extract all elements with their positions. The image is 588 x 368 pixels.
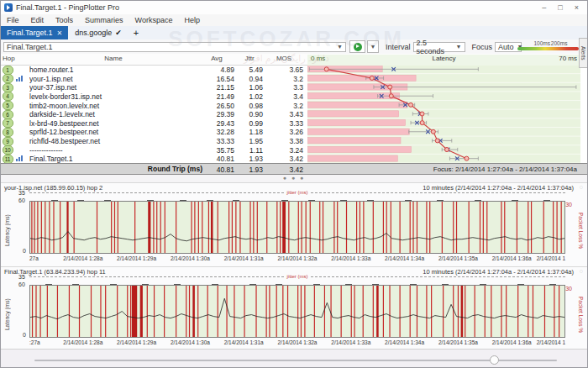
app-icon — [4, 3, 13, 12]
minimize-button[interactable]: – — [542, 3, 546, 12]
latency-scale-legend: 100ms200ms — [517, 40, 579, 52]
scale-tick: 100ms — [533, 40, 550, 46]
hop-mos: 3.3 — [265, 83, 303, 92]
start-options-dropdown[interactable]: ▼ — [367, 40, 379, 53]
interval-combobox[interactable]: 2.5 seconds ▼ — [413, 42, 465, 52]
table-row[interactable]: 8sprfld-12.bestpeer.net32.281.183.26 — [1, 127, 587, 136]
timegraph-options-icon[interactable]: ◌ — [580, 268, 583, 274]
time-tick-label: 2/14/2014 1:35a — [438, 339, 478, 345]
window-title: Final.Target.1 - PingPlotter Pro — [16, 3, 119, 12]
hop-name: lx-brd-49.bestpeer.net — [29, 119, 197, 128]
menu-bar: FileEditToolsSummariesWorkspaceHelp — [1, 14, 587, 27]
timegraph-period: 10 minutes (2/14/2014 1:27:04a - 2/14/20… — [423, 184, 574, 192]
table-row[interactable]: 11Final.Target.140.811.933.42 — [1, 154, 587, 163]
tab-dns-google[interactable]: dns.google ✔ — [68, 26, 129, 39]
jitter-max-label: 35 — [18, 190, 25, 196]
latency-axis-label: Latency (ms) — [4, 208, 10, 252]
menu-item-edit[interactable]: Edit — [25, 16, 50, 24]
hop-name: your-37.isp.net — [29, 83, 197, 92]
maximize-button[interactable]: □ — [558, 3, 562, 12]
table-row[interactable]: 6darkside-1.levelx.net29.390.903.43 — [1, 109, 587, 118]
tab-final-target[interactable]: Final.Target.1 ✕ — [1, 26, 68, 39]
tab-close-icon[interactable]: ✕ — [57, 29, 63, 37]
col-name[interactable]: Name — [29, 55, 197, 62]
hop-name: home.router.1 — [29, 66, 197, 74]
timegraph-plot[interactable] — [29, 201, 565, 254]
hop-avg: 32.28 — [199, 128, 234, 136]
menu-item-file[interactable]: File — [1, 16, 25, 24]
time-tick-label: 2/14/2014 1:28a — [63, 255, 102, 261]
interval-label: Interval — [386, 43, 411, 51]
timegraph-hop2: your-1.isp.net (185.99.60.15) hop 210 mi… — [1, 182, 587, 266]
jitter-max-label: 35 — [18, 274, 25, 280]
latency-gradient-bar — [517, 47, 579, 50]
timegraph-plot[interactable] — [29, 285, 565, 338]
time-axis-labels: :27a2/14/2014 1:28a2/14/2014 1:29a2/14/2… — [29, 339, 565, 349]
tab-label: dns.google — [75, 29, 112, 37]
time-tick-label: 2/14/2014 1:34a — [385, 339, 424, 345]
y-axis-min: 0 — [23, 332, 26, 338]
table-row[interactable]: 7lx-brd-49.bestpeer.net29.430.993.33 — [1, 118, 587, 128]
timeline-scrollbar-track[interactable] — [34, 360, 557, 361]
col-hop[interactable]: Hop — [3, 55, 15, 62]
hop-avg: 33.33 — [199, 137, 234, 145]
time-tick-label: 2/14/2014 1:36a — [492, 339, 532, 345]
table-row[interactable]: 1home.router.14.895.493.65 — [1, 65, 587, 74]
trace-table-header: Hop Name Avg Jttr MOS 0 ms Latency 70 ms — [1, 54, 587, 66]
alerts-side-tab[interactable]: Alerts — [579, 38, 587, 68]
hop-avg: 35.75 — [199, 146, 234, 155]
hop-name: richfld-48.bestpeer.net — [29, 137, 197, 145]
time-tick-label: 2/14/2014 1:33a — [331, 255, 370, 261]
table-row[interactable]: 4levelx-border31.isp.net21.491.023.4 — [1, 92, 587, 101]
table-row[interactable]: 3your-37.isp.net21.151.063.3 — [1, 82, 587, 92]
timegraph-hop11: Final.Target.1 (63.84.233.94) hop 1110 m… — [1, 266, 587, 350]
hop-jitter: 0.99 — [236, 119, 263, 128]
y-axis-max: 60 — [18, 281, 25, 287]
loss-axis-max: 30 — [565, 202, 572, 208]
col-avg[interactable]: Avg — [199, 55, 234, 62]
table-row[interactable]: 10--------------35.751.113.24 — [1, 145, 587, 155]
time-tick-label: 2/14/2014 1:32a — [278, 255, 318, 261]
target-combobox[interactable]: Final.Target.1 ▼ — [3, 42, 346, 52]
hop-mos: 3.42 — [265, 155, 303, 163]
check-icon: ✔ — [115, 29, 122, 37]
hop-jitter: 1.95 — [236, 137, 263, 145]
menu-item-help[interactable]: Help — [178, 16, 206, 24]
close-button[interactable]: × — [575, 3, 579, 12]
panel-splitter[interactable]: ● ● ● — [1, 175, 587, 182]
hop-avg: 29.43 — [199, 119, 234, 128]
hop-jitter: 0.90 — [236, 110, 263, 118]
target-value: Final.Target.1 — [7, 43, 53, 51]
time-tick-label: 2/14/2014 1:36a — [492, 255, 532, 261]
new-tab-button[interactable]: + — [129, 26, 144, 39]
menu-item-tools[interactable]: Tools — [50, 16, 79, 24]
focus-label: Focus — [472, 43, 493, 51]
packet-loss-axis-label: Packet Loss % — [578, 208, 584, 252]
toolbar: Final.Target.1 ▼ ▼ Interval 2.5 seconds … — [1, 39, 587, 55]
table-row[interactable]: 5timb2-moon.levelx.net26.500.983.2 — [1, 101, 587, 110]
start-trace-button[interactable] — [349, 40, 365, 53]
hop-name: your-1.isp.net — [29, 75, 197, 83]
play-icon — [354, 43, 362, 51]
hop-jitter: 1.11 — [236, 146, 263, 155]
timeline-scrollbar-handle[interactable] — [490, 355, 499, 365]
timegraph-options-icon[interactable]: ◌ — [580, 184, 583, 190]
hop-jitter: 1.06 — [236, 83, 263, 92]
col-mos[interactable]: MOS — [265, 55, 303, 62]
table-row[interactable]: 9richfld-48.bestpeer.net33.331.953.38 — [1, 136, 587, 145]
menu-item-workspace[interactable]: Workspace — [129, 16, 179, 24]
hop-jitter: 1.93 — [236, 155, 263, 163]
time-tick-label: 2/14/2014 1:31a — [224, 339, 264, 345]
time-tick-label: 2/14/2014 1:31a — [224, 255, 264, 261]
hop-jitter: 5.49 — [236, 66, 263, 74]
menu-item-summaries[interactable]: Summaries — [79, 16, 129, 24]
hop-name: levelx-border31.isp.net — [29, 92, 197, 101]
timegraph-icon — [16, 155, 26, 161]
round-trip-mos: 3.42 — [265, 166, 303, 174]
round-trip-avg: 40.81 — [199, 166, 234, 174]
table-row[interactable]: 2your-1.isp.net16.540.943.2 — [1, 74, 587, 83]
scale-tick: 200ms — [551, 40, 568, 46]
col-jttr[interactable]: Jttr — [236, 55, 263, 62]
timegraph-icon — [16, 76, 26, 81]
time-tick-label: 2/14/2014 1:32a — [278, 339, 318, 345]
